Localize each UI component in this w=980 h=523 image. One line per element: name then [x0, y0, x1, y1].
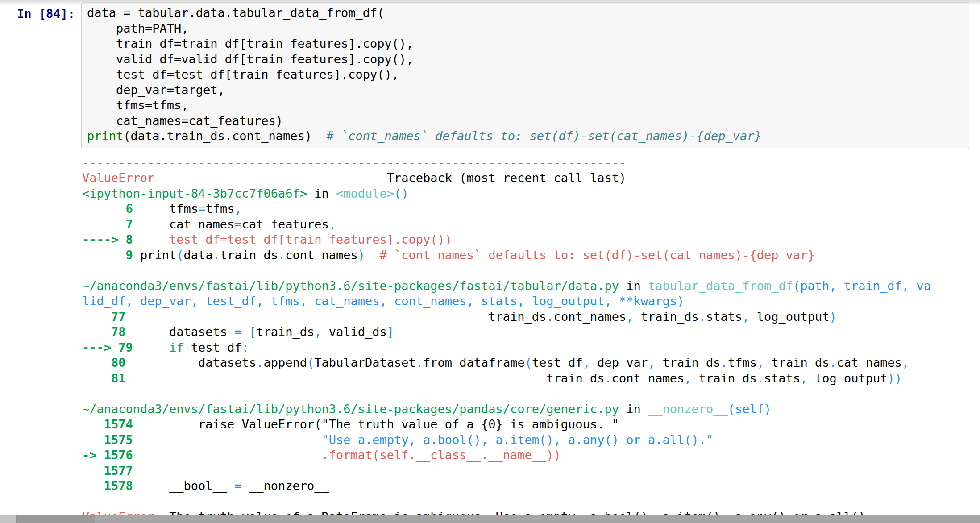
scrollbar-left-cap [0, 515, 17, 523]
code-line: print(data.train_ds.cont_names) # `cont_… [87, 129, 964, 144]
code-cell: In [84]: data = tabular.data.tabular_dat… [0, 0, 980, 148]
traceback-line: 80 datasets.append(TabularDataset.from_d… [82, 355, 980, 371]
input-code[interactable]: data = tabular.data.tabular_data_from_df… [87, 5, 964, 144]
traceback-line [82, 386, 980, 402]
traceback-line: 77 train_ds.cont_names, train_ds.stats, … [82, 309, 980, 325]
traceback-line: 1577 [82, 463, 980, 479]
input-prompt: In [84]: [0, 2, 81, 22]
code-line: tfms=tfms, [87, 98, 964, 113]
code-editor[interactable]: data = tabular.data.tabular_data_from_df… [81, 2, 969, 148]
code-line: data = tabular.data.tabular_data_from_df… [87, 5, 964, 21]
traceback-line: 1578 __bool__ = __nonzero__ [82, 478, 980, 494]
scrollbar-thumb[interactable] [17, 515, 95, 523]
traceback-line: 81 train_ds.cont_names, train_ds.stats, … [82, 371, 980, 386]
traceback-line: 9 print(data.train_ds.cont_names) # `con… [82, 248, 980, 263]
traceback-line: 78 datasets = [train_ds, valid_ds] [82, 324, 980, 340]
code-line: train_df=train_df[train_features].copy()… [87, 36, 964, 52]
traceback-line: ---> 79 if test_df: [82, 340, 980, 356]
traceback-line: ~/anaconda3/envs/fastai/lib/python3.6/si… [82, 402, 980, 417]
error-traceback: ----------------------------------------… [82, 155, 980, 523]
traceback-line: ValueError Traceback (most recent call l… [82, 170, 980, 186]
code-line: valid_df=valid_df[train_features].copy()… [87, 52, 964, 67]
notebook-page: In [84]: data = tabular.data.tabular_dat… [0, 0, 980, 523]
traceback-line: ----> 8 test_df=test_df[train_features].… [82, 232, 980, 248]
traceback-line: <ipython-input-84-3b7cc7f06a6f> in <modu… [82, 186, 980, 202]
traceback-line: ~/anaconda3/envs/fastai/lib/python3.6/si… [82, 278, 980, 294]
traceback-line: 6 tfms=tfms, [82, 201, 980, 217]
traceback-line: 1574 raise ValueError("The truth value o… [82, 417, 980, 432]
traceback-line: 1575 "Use a.empty, a.bool(), a.item(), a… [82, 432, 980, 448]
traceback-line: 7 cat_names=cat_features, [82, 217, 980, 232]
code-line: cat_names=cat_features) [87, 113, 964, 129]
traceback-line [82, 494, 980, 510]
traceback-line: ----------------------------------------… [82, 155, 980, 171]
code-line: path=PATH, [87, 21, 964, 37]
code-line: test_df=test_df[train_features].copy(), [87, 67, 964, 83]
horizontal-scrollbar[interactable] [0, 515, 980, 523]
traceback-line [82, 263, 980, 278]
traceback-line: lid_df, dep_var, test_df, tfms, cat_name… [82, 294, 980, 309]
traceback-line: -> 1576 .format(self.__class__.__name__)… [82, 448, 980, 463]
code-line: dep_var=target, [87, 83, 964, 98]
